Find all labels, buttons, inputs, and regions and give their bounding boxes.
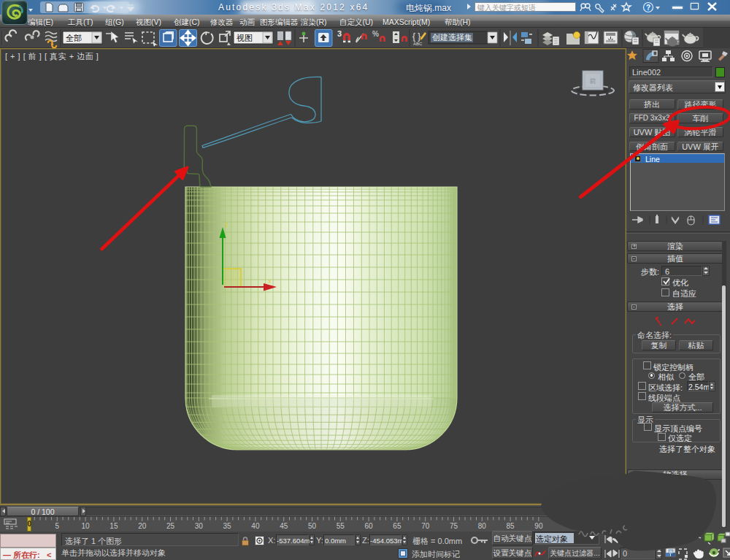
svg-text:创建选择集: 创建选择集 [432,33,472,42]
svg-text:45: 45 [280,522,288,530]
svg-text:85: 85 [507,522,515,530]
svg-text:{ }: { } [412,31,420,42]
svg-text:前: 前 [590,77,596,85]
svg-text:ABC: ABC [413,42,423,46]
svg-text:?: ? [646,4,650,12]
svg-text:60: 60 [365,522,374,530]
svg-text:%: % [372,30,379,38]
svg-text:40: 40 [251,522,260,530]
svg-text:50: 50 [308,522,317,530]
svg-text:视图: 视图 [237,34,253,42]
svg-text:80: 80 [478,522,487,530]
svg-text:全部: 全部 [66,34,82,42]
svg-text:5: 5 [55,522,60,530]
svg-text:x: x [268,277,272,285]
svg-text:20: 20 [138,522,147,530]
svg-text:65: 65 [393,522,402,530]
svg-text:15: 15 [110,522,118,530]
svg-text:3: 3 [337,29,342,38]
svg-text:30: 30 [195,522,204,530]
svg-text:10: 10 [82,522,91,530]
svg-text:25: 25 [166,522,175,530]
svg-text:70: 70 [421,522,430,530]
svg-text:55: 55 [337,522,345,530]
svg-text:35: 35 [223,522,232,530]
svg-text:75: 75 [450,522,458,530]
svg-text:y: y [225,220,228,228]
